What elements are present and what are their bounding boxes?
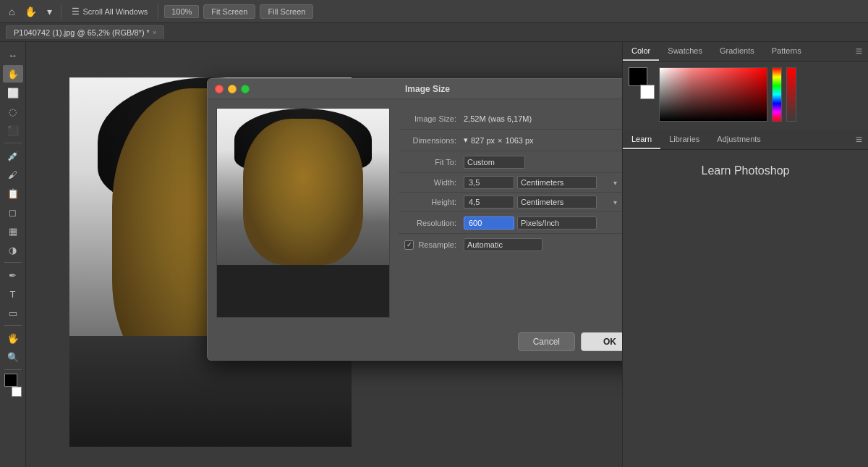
dark-overlay-2	[660, 68, 767, 121]
lasso-tool[interactable]: ◌	[3, 103, 23, 120]
hand-tool-icon[interactable]: ✋	[22, 4, 40, 19]
crop-tool[interactable]: ⬛	[3, 122, 23, 139]
image-size-row: Image Size: 2,52M (was 6,17M) ⚙	[399, 108, 622, 130]
tool-arrow-icon[interactable]: ▾	[44, 4, 55, 19]
eraser-tool[interactable]: ◻	[3, 203, 23, 221]
dimensions-dropdown-icon[interactable]: ▾	[464, 135, 468, 145]
marquee-tool[interactable]: ⬜	[3, 84, 23, 101]
fit-to-row: Fit To: Custom Original Size A4 Letter	[399, 151, 622, 173]
toolbar-separator-2	[158, 4, 158, 19]
width-label: Width:	[399, 178, 464, 187]
home-icon[interactable]: ⌂	[6, 4, 17, 19]
tab-row: P1040742 (1).jpg @ 65,2% (RGB/8*) * ×	[0, 23, 868, 42]
zoom-tool[interactable]: 🔍	[3, 348, 23, 366]
document-tab[interactable]: P1040742 (1).jpg @ 65,2% (RGB/8*) * ×	[6, 25, 164, 39]
tool-separator-2	[4, 262, 22, 263]
maximize-button[interactable]	[241, 85, 250, 93]
dimensions-label: Dimensions:	[399, 136, 464, 145]
tab-learn[interactable]: Learn	[623, 130, 660, 149]
resolution-input[interactable]	[464, 216, 514, 230]
hue-slider[interactable]	[772, 67, 782, 122]
preview-face	[243, 119, 364, 265]
tool-separator	[4, 143, 22, 143]
height-label: Height:	[399, 198, 464, 206]
canvas-area: Image Size	[26, 42, 622, 467]
height-input[interactable]	[464, 195, 514, 209]
tab-adjustments[interactable]: Adjustments	[708, 130, 770, 149]
text-tool[interactable]: T	[3, 285, 23, 303]
stamp-tool[interactable]: 📋	[3, 185, 23, 202]
hand-tool-2[interactable]: 🖐	[3, 329, 23, 347]
background-swatch[interactable]	[640, 85, 655, 99]
dimensions-row: Dimensions: ▾ 827 px × 1063 px	[399, 130, 622, 151]
resample-checkbox[interactable]	[404, 240, 414, 250]
resolution-unit-select[interactable]: Pixels/Inch Pixels/Cm	[517, 216, 597, 230]
resample-select[interactable]: Automatic Preserve Details Bicubic Smoot…	[464, 238, 542, 251]
fit-to-select[interactable]: Custom Original Size A4 Letter	[464, 156, 525, 169]
fit-screen-button[interactable]: Fit Screen	[203, 4, 255, 19]
fill-screen-button[interactable]: Fill Screen	[260, 4, 313, 19]
width-unit-select[interactable]: Centimeters Pixels Inches	[517, 176, 597, 189]
color-controls	[629, 67, 862, 122]
width-unit-wrap: Centimeters Pixels Inches	[517, 176, 620, 189]
color-picker-gradient[interactable]	[659, 67, 767, 122]
learn-panel-tabs: Learn Libraries Adjustments ≡	[623, 130, 868, 150]
tab-libraries[interactable]: Libraries	[660, 130, 708, 149]
size-controls-group: Width: Centimeters Pixels Inches	[399, 173, 622, 212]
panel-collapse-icon[interactable]: ≡	[850, 42, 868, 61]
gradient-tool[interactable]: ▦	[3, 222, 23, 240]
zoom-input[interactable]	[164, 5, 199, 18]
dialog-body: Image Size: 2,52M (was 6,17M) ⚙ Dimensio…	[208, 99, 622, 327]
dialog-footer: Cancel OK	[208, 327, 622, 360]
tab-patterns[interactable]: Patterns	[763, 42, 810, 61]
background-color[interactable]	[12, 387, 22, 397]
learn-panel: Learn Photoshop	[623, 150, 868, 467]
tab-gradients[interactable]: Gradients	[711, 42, 763, 61]
resample-control: Automatic Preserve Details Bicubic Smoot…	[464, 238, 622, 251]
toolbar-separator	[61, 4, 61, 19]
color-panel	[623, 62, 868, 127]
resolution-controls: Pixels/Inch Pixels/Cm	[464, 216, 622, 230]
tab-swatches[interactable]: Swatches	[659, 42, 711, 61]
pen-tool[interactable]: ✒	[3, 266, 23, 284]
tool-separator-3	[4, 325, 22, 326]
height-unit-select[interactable]: Centimeters Pixels Inches	[517, 195, 597, 209]
right-panel: Color Swatches Gradients Patterns ≡	[622, 42, 868, 467]
preview-body	[217, 265, 389, 317]
dialog-controls: Image Size: 2,52M (was 6,17M) ⚙ Dimensio…	[399, 108, 622, 318]
height-unit-wrap: Centimeters Pixels Inches	[517, 195, 620, 209]
dialog-title-text: Image Size	[405, 84, 450, 94]
resolution-row: Resolution: Pixels/Inch Pixels/Cm	[399, 212, 622, 234]
scroll-all-button[interactable]: ☰ Scroll All Windows	[67, 5, 152, 18]
minimize-button[interactable]	[228, 85, 237, 93]
eyedropper-tool[interactable]: 💉	[3, 147, 23, 164]
image-size-dialog: Image Size	[207, 78, 622, 361]
panel-tabs: Color Swatches Gradients Patterns ≡	[623, 42, 868, 62]
foreground-color[interactable]	[4, 374, 17, 387]
width-input[interactable]	[464, 176, 514, 189]
image-size-label: Image Size:	[399, 114, 464, 123]
foreground-swatch[interactable]	[629, 67, 647, 86]
dialog-titlebar: Image Size	[208, 79, 622, 99]
tab-color[interactable]: Color	[623, 42, 659, 61]
shape-tool[interactable]: ▭	[3, 304, 23, 321]
left-toolbar: ↔ ✋ ⬜ ◌ ⬛ 💉 🖌 📋 ◻ ▦ ◑ ✒ T ▭ 🖐 🔍	[0, 42, 26, 467]
move-tool[interactable]: ↔	[3, 46, 23, 64]
height-row: Height: Centimeters Pixels Inches	[399, 193, 622, 212]
learn-panel-collapse-icon[interactable]: ≡	[850, 130, 868, 149]
dodge-tool[interactable]: ◑	[3, 241, 23, 258]
brush-tool[interactable]: 🖌	[3, 166, 23, 183]
preview-image	[217, 109, 389, 317]
dialog-window: Image Size	[207, 78, 622, 361]
resample-label-wrap: Resample:	[399, 240, 464, 250]
hand-tool[interactable]: ✋	[3, 65, 23, 83]
fit-to-select-wrap: Custom Original Size A4 Letter	[464, 156, 622, 169]
cancel-button[interactable]: Cancel	[518, 332, 575, 351]
tab-close-icon[interactable]: ×	[153, 29, 156, 36]
resolution-label: Resolution:	[399, 219, 464, 227]
alpha-slider[interactable]	[786, 67, 796, 122]
close-button[interactable]	[215, 85, 224, 93]
color-swatch-area	[1, 374, 25, 397]
ok-button[interactable]: OK	[581, 332, 622, 351]
main-area: ↔ ✋ ⬜ ◌ ⬛ 💉 🖌 📋 ◻ ▦ ◑ ✒ T ▭ 🖐 🔍	[0, 42, 868, 467]
